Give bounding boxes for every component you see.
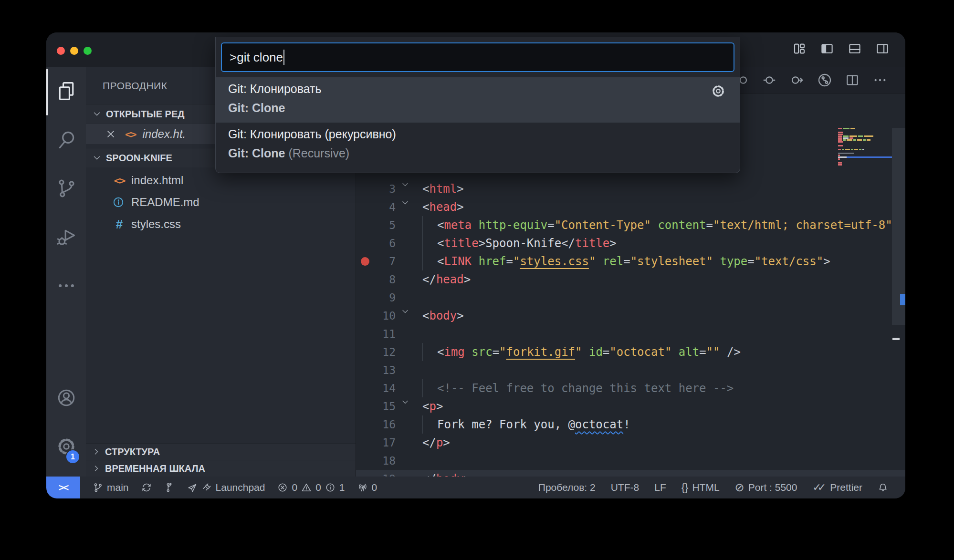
more-icon	[872, 73, 888, 88]
status-label: UTF-8	[611, 482, 639, 493]
line-number: 13	[356, 361, 396, 379]
git-circle-button[interactable]	[816, 72, 833, 89]
code-line-18[interactable]: 18	[356, 452, 905, 470]
code-line-6[interactable]: 6<title>Spoon-Knife</title>	[356, 234, 905, 252]
command-item[interactable]: Git: Клонировать (рекурсивно)Git: Clone …	[216, 123, 740, 168]
command-input[interactable]: >git clone	[221, 42, 734, 72]
minimap-line	[838, 141, 892, 143]
pipeline-icon	[164, 482, 175, 493]
sync-status[interactable]	[141, 482, 152, 493]
status-label: Пробелов: 2	[538, 482, 596, 493]
minimap-line	[838, 139, 892, 141]
sidebar-item-settings[interactable]: 1	[46, 422, 86, 471]
broadcast-status[interactable]: 0	[357, 482, 377, 493]
pipeline-status[interactable]	[164, 482, 175, 493]
open-editor-filename: index.ht.	[143, 127, 186, 141]
prettier-status[interactable]: ✓✓Prettier	[812, 482, 862, 493]
configure-keybinding-button[interactable]	[711, 84, 725, 98]
layout-controls	[792, 41, 890, 56]
language-status[interactable]: {}HTML	[681, 482, 720, 493]
git-circle-icon	[817, 73, 832, 88]
code-line-17[interactable]: 17</p>	[356, 434, 905, 452]
broadcast-icon	[357, 482, 368, 493]
minimap-line	[838, 128, 892, 129]
line-number: 7	[356, 252, 396, 270]
sidebar-item-run-debug[interactable]	[46, 213, 86, 261]
command-item[interactable]: Git: КлонироватьGit: Clone	[216, 77, 740, 123]
nav-fwd-button[interactable]	[788, 72, 806, 89]
code-line-8[interactable]: 8</head>	[356, 270, 905, 289]
minimap-line	[838, 162, 892, 164]
sidebar-item-more-views[interactable]	[46, 261, 86, 310]
layout-toggle-button[interactable]	[792, 41, 807, 56]
indent-guide	[422, 234, 437, 252]
panel-bottom-toggle-button[interactable]	[847, 41, 862, 56]
fold-chevron-icon	[400, 180, 410, 189]
editor-scrollbar[interactable]	[892, 67, 905, 477]
html-file-icon: <>	[125, 128, 136, 140]
code-line-15[interactable]: 15<p>	[356, 397, 905, 415]
sidebar-item-source-control[interactable]	[46, 164, 86, 213]
eol-status[interactable]: LF	[654, 482, 666, 493]
section-header-СТРУКТУРА[interactable]: СТРУКТУРА	[86, 443, 356, 460]
zoom-window-button[interactable]	[84, 47, 92, 55]
notifications-bell[interactable]	[878, 482, 888, 493]
chevron-right-icon	[92, 447, 101, 456]
code-line-9[interactable]: 9	[356, 289, 905, 307]
code-line-12[interactable]: 12<img src="forkit.gif" id="octocat" alt…	[356, 343, 905, 361]
branch-status[interactable]: main	[93, 482, 129, 493]
launchpad-status[interactable]: Launchpad	[187, 482, 265, 493]
file-item-README.md[interactable]: README.md	[86, 191, 356, 213]
status-label: ><	[59, 482, 68, 493]
section-header-ВРЕМЕННАЯ ШКАЛА[interactable]: ВРЕМЕННАЯ ШКАЛА	[86, 460, 356, 477]
indentation-status[interactable]: Пробелов: 2	[538, 482, 596, 493]
code-line-4[interactable]: 4<head>	[356, 198, 905, 216]
panel-left-toggle-button[interactable]	[819, 41, 835, 56]
live-server-status[interactable]: ⊘Port : 5500	[735, 482, 797, 493]
minimap-line	[838, 155, 892, 156]
sidebar-item-search[interactable]	[46, 115, 86, 164]
code-line-5[interactable]: 5<meta http-equiv="Content-Type" content…	[356, 216, 905, 234]
vscode-window: 1 ПРОВОДНИК ОТКРЫТЫЕ РЕД <> index.ht. SP…	[46, 32, 905, 498]
sidebar-item-explorer[interactable]	[46, 67, 86, 115]
code-line-16[interactable]: 16Fork me? Fork you, @octocat!	[356, 415, 905, 434]
file-name: styles.css	[131, 218, 181, 231]
more-button[interactable]	[871, 72, 889, 89]
file-item-styles.css[interactable]: #styles.css	[86, 213, 356, 235]
html-file-icon: <>	[112, 175, 126, 187]
minimap[interactable]	[838, 128, 892, 166]
code-line-7[interactable]: 7<LINK href="styles.css" rel="stylesheet…	[356, 252, 905, 270]
sidebar-item-accounts[interactable]	[46, 373, 86, 422]
code-line-11[interactable]: 11	[356, 325, 905, 343]
code-line-19[interactable]: 19</body>	[356, 470, 905, 477]
encoding-status[interactable]: UTF-8	[611, 482, 639, 493]
close-icon[interactable]	[105, 128, 116, 140]
fold-toggle[interactable]	[400, 397, 410, 407]
panel-right-toggle-button[interactable]	[875, 41, 890, 56]
branch-icon	[56, 178, 77, 199]
line-number: 9	[356, 289, 396, 307]
minimap-line	[838, 134, 892, 135]
code-line-14[interactable]: 14<!-- Feel free to change this text her…	[356, 379, 905, 397]
code-text: <!-- Feel free to change this text here …	[422, 379, 734, 397]
split-button[interactable]	[844, 72, 861, 89]
minimize-window-button[interactable]	[70, 47, 78, 55]
remote-indicator[interactable]: ><	[46, 477, 80, 498]
section-label: ВРЕМЕННАЯ ШКАЛА	[105, 463, 205, 474]
nav-dot-button[interactable]	[761, 72, 778, 89]
problems-status[interactable]: 001	[277, 482, 345, 493]
line-number: 5	[356, 216, 396, 234]
text-cursor	[283, 50, 284, 65]
line-number: 8	[356, 270, 396, 289]
code-text: <p>	[422, 397, 443, 415]
fold-toggle[interactable]	[400, 307, 410, 316]
code-line-13[interactable]: 13	[356, 361, 905, 379]
indent-guide	[422, 343, 437, 361]
code-line-3[interactable]: 3<html>	[356, 180, 905, 198]
code-line-10[interactable]: 10<body>	[356, 307, 905, 325]
close-window-button[interactable]	[57, 47, 65, 55]
fold-toggle[interactable]	[400, 180, 410, 189]
account-icon	[56, 388, 76, 408]
line-number: 4	[356, 198, 396, 216]
fold-toggle[interactable]	[400, 198, 410, 207]
